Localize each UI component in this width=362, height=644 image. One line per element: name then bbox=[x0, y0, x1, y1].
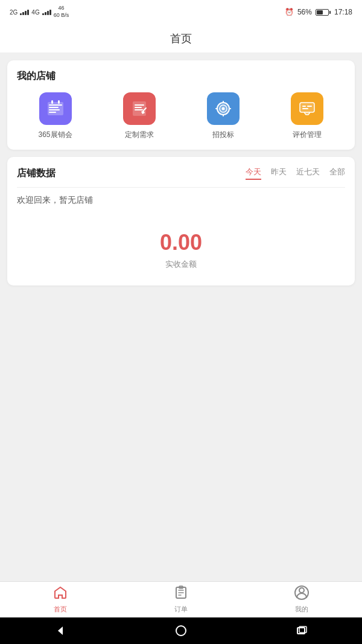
shop-icons-grid: 365展销会 定制需求 bbox=[17, 92, 345, 140]
icon-review-svg bbox=[298, 100, 316, 118]
nav-label-orders: 订单 bbox=[174, 605, 188, 614]
svg-rect-0 bbox=[48, 102, 63, 115]
time-display: 17:18 bbox=[334, 8, 352, 16]
data-speed-value: 46 bbox=[58, 5, 64, 12]
nav-item-home[interactable]: 首页 bbox=[0, 582, 121, 617]
svg-rect-19 bbox=[300, 103, 314, 112]
status-right: ⏰ 56% 17:18 bbox=[285, 8, 352, 16]
home-icon bbox=[53, 585, 68, 602]
svg-rect-20 bbox=[302, 106, 306, 107]
orders-icon bbox=[174, 585, 188, 602]
svg-point-31 bbox=[176, 626, 186, 636]
shop-label-365: 365展销会 bbox=[38, 130, 72, 140]
home-button[interactable] bbox=[175, 625, 187, 637]
nav-item-orders[interactable]: 订单 bbox=[121, 582, 241, 617]
store-data-header: 店铺数据 今天 昨天 近七天 全部 bbox=[17, 167, 345, 188]
shop-item-bid[interactable]: 招投标 bbox=[185, 92, 261, 140]
signal-4g: 4G bbox=[31, 9, 39, 16]
status-left: 2G 4G 46 60 B/s bbox=[10, 5, 69, 19]
page-title: 首页 bbox=[170, 31, 192, 46]
mine-icon bbox=[294, 585, 309, 602]
nav-item-mine[interactable]: 我的 bbox=[241, 582, 362, 617]
svg-rect-22 bbox=[302, 108, 308, 109]
icon-custom-svg bbox=[130, 100, 148, 118]
data-speed-unit: 60 B/s bbox=[54, 12, 69, 19]
icon-bid-svg bbox=[214, 100, 232, 118]
signal-bars-2 bbox=[42, 10, 51, 15]
shop-icon-365 bbox=[39, 92, 72, 125]
svg-point-28 bbox=[299, 588, 304, 593]
signal-2g: 2G bbox=[10, 9, 17, 16]
shop-label-bid: 招投标 bbox=[212, 130, 234, 140]
shop-item-365[interactable]: 365展销会 bbox=[17, 92, 94, 140]
nav-label-home: 首页 bbox=[54, 605, 67, 614]
svg-rect-8 bbox=[135, 104, 144, 106]
amount-display: 0.00 实收金额 bbox=[17, 218, 345, 276]
nav-label-mine: 我的 bbox=[295, 605, 308, 614]
icon-365-svg bbox=[46, 100, 65, 118]
tab-week[interactable]: 近七天 bbox=[296, 167, 320, 180]
shop-icon-bid bbox=[207, 92, 240, 125]
svg-rect-3 bbox=[49, 109, 60, 110]
svg-point-14 bbox=[221, 107, 224, 110]
svg-marker-30 bbox=[58, 626, 63, 635]
store-data-title: 店铺数据 bbox=[17, 167, 56, 180]
main-content: 我的店铺 365展销会 bbox=[0, 53, 362, 581]
battery-icon bbox=[316, 9, 331, 16]
welcome-text: 欢迎回来，暂无店铺 bbox=[17, 195, 345, 206]
header: 首页 bbox=[0, 24, 362, 53]
data-tabs: 今天 昨天 近七天 全部 bbox=[68, 167, 345, 180]
shop-item-custom[interactable]: 定制需求 bbox=[101, 92, 177, 140]
tab-today[interactable]: 今天 bbox=[246, 167, 261, 180]
sys-nav-bar bbox=[0, 617, 362, 644]
tab-all[interactable]: 全部 bbox=[329, 167, 345, 180]
shop-icon-review bbox=[291, 92, 323, 125]
shop-label-custom: 定制需求 bbox=[125, 130, 154, 140]
svg-rect-2 bbox=[49, 107, 59, 108]
battery-percent: 56% bbox=[297, 8, 312, 16]
signal-bars-1 bbox=[20, 10, 29, 15]
bottom-nav: 首页 订单 我的 bbox=[0, 581, 362, 617]
svg-rect-6 bbox=[58, 100, 60, 104]
tab-yesterday[interactable]: 昨天 bbox=[271, 167, 287, 180]
amount-label: 实收金额 bbox=[17, 259, 345, 270]
recents-button[interactable] bbox=[296, 625, 308, 637]
svg-rect-21 bbox=[307, 106, 312, 107]
svg-rect-7 bbox=[133, 101, 146, 116]
clock-icon: ⏰ bbox=[285, 8, 294, 16]
svg-rect-5 bbox=[51, 100, 53, 104]
shop-icon-custom bbox=[123, 92, 156, 125]
status-bar: 2G 4G 46 60 B/s ⏰ 56% 17:18 bbox=[0, 0, 362, 24]
my-shop-title: 我的店铺 bbox=[17, 70, 345, 83]
svg-rect-1 bbox=[49, 104, 62, 106]
back-button[interactable] bbox=[54, 625, 66, 637]
svg-rect-10 bbox=[135, 109, 143, 110]
store-data-card: 店铺数据 今天 昨天 近七天 全部 欢迎回来，暂无店铺 0.00 实收金额 bbox=[7, 157, 355, 285]
shop-item-review[interactable]: 评价管理 bbox=[268, 92, 345, 140]
my-shop-card: 我的店铺 365展销会 bbox=[7, 60, 355, 150]
svg-rect-4 bbox=[49, 112, 56, 113]
amount-value: 0.00 bbox=[17, 230, 345, 255]
shop-label-review: 评价管理 bbox=[293, 130, 322, 140]
svg-rect-9 bbox=[135, 107, 142, 108]
